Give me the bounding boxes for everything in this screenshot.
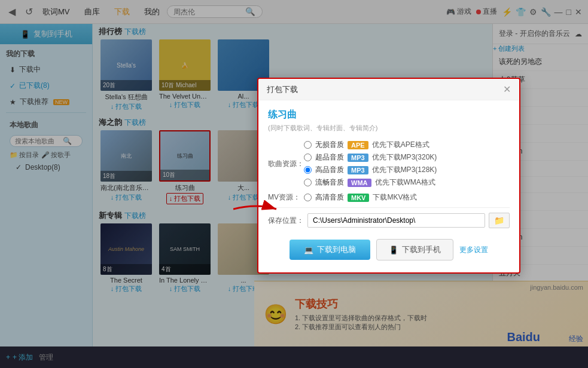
modal-overlay[interactable]: 打包下载 ✕ 练习曲 (同时下载歌词、专辑封面、专辑简介) 歌曲资源： 无损音质… (0, 0, 588, 368)
download-to-phone-button[interactable]: 📱 下载到手机 (376, 239, 453, 260)
mp3-128-desc: 优先下载MP3(128K) (372, 165, 437, 175)
mp3-320-quality-label: 超品音质 (315, 152, 344, 162)
arrow-indicator (233, 200, 281, 220)
mp3-320-desc: 优先下载MP3(320K) (372, 152, 437, 162)
more-settings-button[interactable]: 更多设置 (459, 245, 488, 255)
ape-quality-label: 无损音质 (315, 140, 344, 150)
mp3-128-badge: MP3 (348, 166, 368, 174)
modal-option-mp3-320: 超品音质 MP3 优先下载MP3(320K) (304, 152, 510, 162)
ape-desc: 优先下载APE格式 (372, 140, 429, 150)
radio-wma[interactable] (304, 179, 312, 186)
mp3-128-quality-label: 高品音质 (315, 165, 344, 175)
modal-title: 打包下载 (267, 84, 298, 95)
wma-quality-label: 流畅音质 (315, 177, 344, 188)
wma-desc: 优先下载WMA格式 (375, 177, 435, 188)
modal-buttons: 💻 下载到电脑 📱 下载到手机 更多设置 (268, 233, 510, 264)
modal-save-path[interactable] (307, 213, 485, 228)
modal-source-row: 歌曲资源： 无损音质 APE 优先下载APE格式 超品音质 MP3 优先下载MP… (268, 140, 510, 188)
radio-mkv[interactable] (304, 194, 312, 201)
modal-dialog: 打包下载 ✕ 练习曲 (同时下载歌词、专辑封面、专辑简介) 歌曲资源： 无损音质… (257, 78, 520, 274)
modal-source-options: 无损音质 APE 优先下载APE格式 超品音质 MP3 优先下载MP3(320K… (304, 140, 510, 188)
modal-mv-row: MV资源： 高清音质 MKV 下载MKV格式 (268, 192, 510, 203)
modal-body: 练习曲 (同时下载歌词、专辑封面、专辑简介) 歌曲资源： 无损音质 APE 优先… (258, 100, 519, 272)
modal-option-ape: 无损音质 APE 优先下载APE格式 (304, 140, 510, 150)
mkv-quality-label: 高清音质 (315, 192, 344, 203)
mp3-320-badge: MP3 (348, 154, 368, 162)
modal-mv-options: 高清音质 MKV 下载MKV格式 (304, 192, 510, 203)
mkv-desc: 下载MKV格式 (373, 192, 417, 203)
modal-close-button[interactable]: ✕ (503, 84, 511, 95)
modal-album-title: 练习曲 (268, 109, 510, 121)
mkv-badge: MKV (348, 194, 369, 202)
modal-album-sub: (同时下载歌词、专辑封面、专辑简介) (268, 124, 510, 133)
modal-option-mkv: 高清音质 MKV 下载MKV格式 (304, 192, 510, 203)
radio-ape[interactable] (304, 141, 312, 149)
download-to-computer-button[interactable]: 💻 下载到电脑 (290, 240, 370, 260)
modal-option-mp3-128: 高品音质 MP3 优先下载MP3(128K) (304, 165, 510, 175)
modal-source-label: 歌曲资源： (268, 159, 304, 169)
radio-mp3-128[interactable] (304, 166, 312, 174)
modal-divider (268, 207, 510, 208)
modal-title-bar: 打包下载 ✕ (258, 79, 519, 100)
modal-option-wma: 流畅音质 WMA 优先下载WMA格式 (304, 177, 510, 188)
ape-badge: APE (348, 141, 368, 149)
modal-save-row: 保存位置： 📁 (268, 213, 510, 228)
radio-mp3-320[interactable] (304, 154, 312, 161)
wma-badge: WMA (348, 179, 371, 187)
modal-browse-button[interactable]: 📁 (489, 213, 510, 228)
